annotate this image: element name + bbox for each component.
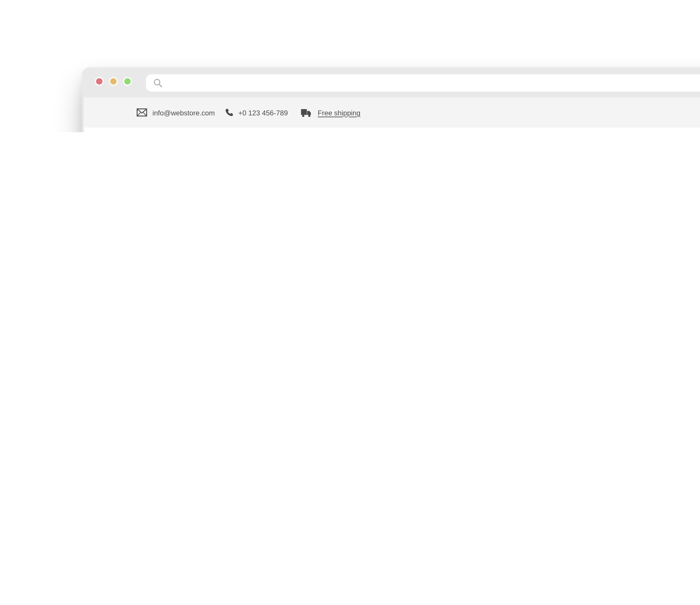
browser-window: info@webstore.com +0 123 456-789 Free sh… [82,67,700,132]
minimize-window-button[interactable] [109,77,118,86]
url-bar[interactable] [146,74,700,92]
contact-phone: +0 123 456-789 [225,97,288,127]
contact-email: info@webstore.com [136,97,215,127]
truck-icon [300,108,312,117]
browser-chrome [82,67,700,97]
search-icon [153,78,163,88]
phone-text: +0 123 456-789 [238,109,288,116]
email-text: info@webstore.com [152,109,215,116]
contact-topbar: info@webstore.com +0 123 456-789 Free sh… [84,97,700,127]
phone-icon [225,108,233,117]
screenshot-stage: info@webstore.com +0 123 456-789 Free sh… [0,0,700,132]
close-window-button[interactable] [95,77,104,86]
email-icon [136,108,147,117]
maximize-window-button[interactable] [123,77,132,86]
free-shipping-link[interactable]: Free shipping [318,109,360,116]
free-shipping: Free shipping [300,97,360,127]
url-input[interactable] [163,77,700,90]
page-content: info@webstore.com +0 123 456-789 Free sh… [84,97,700,132]
